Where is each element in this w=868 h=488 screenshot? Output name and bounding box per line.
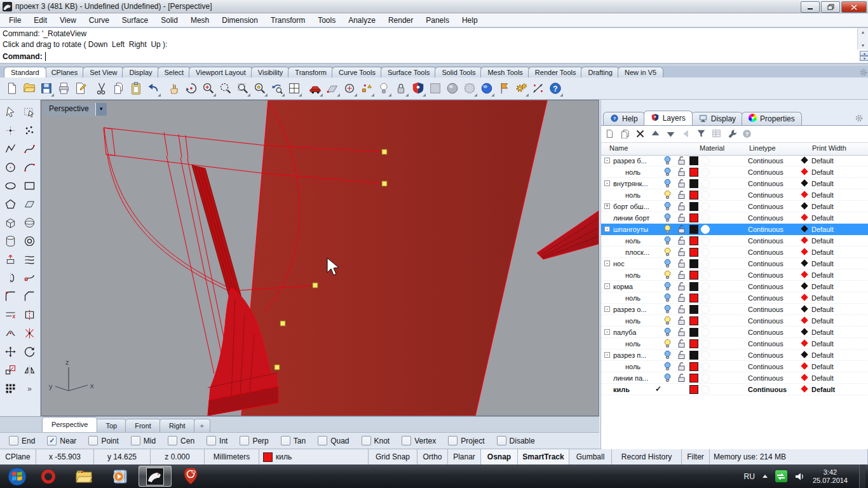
column-header-name[interactable]: Name [609,144,628,152]
layer-linetype[interactable]: Continuous [748,349,783,360]
expand-icon[interactable]: + [604,203,610,209]
layer-print-color-diamond[interactable] [801,202,808,209]
layer-print-width[interactable]: Default [811,327,834,337]
status-smarttrack[interactable]: SmartTrack [518,449,569,464]
layer-lock-icon[interactable] [677,235,686,246]
layer-print-color-diamond[interactable] [801,236,808,243]
layer-on-bulb-icon[interactable] [663,304,672,315]
osnap-end[interactable]: End [9,436,35,445]
layer-material-circle[interactable] [701,179,710,188]
layer-print-color-diamond[interactable] [801,225,808,232]
layer-linetype[interactable]: Continuous [748,166,783,177]
layer-print-width[interactable]: Default [811,384,835,395]
status-osnap[interactable]: Osnap [481,449,518,464]
layer-print-width[interactable]: Default [811,201,834,212]
status-cplane[interactable]: CPlane [0,449,36,464]
layer-lock-icon[interactable] [677,224,686,234]
layer-on-bulb-icon[interactable] [663,166,672,177]
osnap-cen[interactable]: Cen [168,436,194,445]
new-layer-icon[interactable] [605,129,614,140]
layer-linetype[interactable]: Continuous [748,384,787,395]
layer-linetype[interactable]: Continuous [748,235,783,246]
panel-tab-display[interactable]: Display [691,112,743,125]
named-views-car-icon[interactable] [306,79,323,97]
viewport-tab-top[interactable]: Top [96,419,126,432]
layer-print-color-diamond[interactable] [801,191,808,198]
layer-material-circle[interactable] [701,351,710,360]
layer-lock-icon[interactable] [677,372,686,383]
layer-color-swatch[interactable] [689,282,698,291]
array-icon[interactable] [2,380,19,397]
layer-color-swatch[interactable] [689,225,698,234]
layer-material-circle[interactable] [701,385,710,394]
options-gear-icon[interactable] [512,79,529,97]
pipe-icon[interactable] [21,233,38,250]
viewport-tab-perspective[interactable]: Perspective [42,417,97,432]
toolbar-tab-set-view[interactable]: Set View [83,67,124,78]
fillet-icon[interactable] [2,288,19,305]
panel-tab-properties[interactable]: Properties [742,112,802,125]
layer-print-width[interactable]: Default [811,304,834,315]
save-file-icon[interactable] [37,79,55,97]
layer-print-width[interactable]: Default [811,189,834,200]
panel-tab-layers[interactable]: Layers [644,111,693,125]
osnap-disable[interactable]: Disable [497,436,535,445]
rendered-sphere-icon[interactable] [478,79,495,97]
layer-row-нос[interactable]: -носContinuousDefault [601,258,868,269]
layer-print-width[interactable]: Default [811,247,834,257]
layer-linetype[interactable]: Continuous [748,315,783,326]
layer-on-bulb-icon[interactable] [663,372,672,383]
layer-print-width[interactable]: Default [811,212,834,223]
minimize-button[interactable] [801,1,820,13]
layer-print-width[interactable]: Default [811,178,834,189]
layer-linetype[interactable]: Continuous [748,178,783,189]
toolbar-tab-standard[interactable]: Standard [4,67,46,78]
layer-material-circle[interactable] [701,271,710,280]
command-history[interactable]: Command: '_RotateViewClick and drag to r… [0,27,868,50]
layer-on-bulb-icon[interactable] [663,292,672,303]
extrude-icon[interactable] [2,251,19,268]
layer-material-circle[interactable] [701,328,710,337]
layer-color-swatch[interactable] [689,179,698,188]
layer-material-circle[interactable] [701,248,710,257]
explode-icon[interactable] [21,325,38,342]
toolbar-tab-curve-tools[interactable]: Curve Tools [332,67,383,78]
osnap-mid-checkbox[interactable] [131,436,140,445]
layer-color-swatch[interactable] [689,294,698,302]
viewport-tab-front[interactable]: Front [125,419,161,432]
toolbar-tab-cplanes[interactable]: CPlanes [44,67,85,78]
layer-linetype[interactable]: Continuous [748,304,783,315]
layer-print-color-diamond[interactable] [801,259,808,266]
layer-color-swatch[interactable] [689,362,698,371]
sphere-icon[interactable] [21,214,38,231]
layer-print-width[interactable]: Default [811,166,834,177]
layer-material-circle[interactable] [701,282,710,291]
paste-icon[interactable] [127,79,144,97]
layer-lock-icon[interactable] [677,315,686,326]
layer-row-ноль[interactable]: нольContinuousDefault [601,361,868,372]
join-icon[interactable] [2,325,19,342]
layer-lock-icon[interactable] [677,269,686,280]
toolbar-tab-display[interactable]: Display [122,67,159,78]
zoom-window-icon[interactable] [234,79,251,97]
osnap-point-checkbox[interactable] [88,436,98,445]
status-gumball[interactable]: Gumball [569,449,612,464]
scroll-down-icon[interactable]: ▼ [858,41,868,50]
revolve-icon[interactable] [2,269,19,287]
menu-solid[interactable]: Solid [154,15,184,26]
layer-color-swatch[interactable] [689,202,698,211]
menu-mesh[interactable]: Mesh [184,15,215,26]
taskbar-rhino-button[interactable] [139,466,172,487]
layer-lock-icon[interactable] [677,304,686,315]
layer-color-swatch[interactable] [689,339,698,348]
layer-table-icon[interactable] [712,129,721,140]
delete-layer-icon[interactable] [635,129,645,140]
layout-switcher-tray-icon[interactable] [775,470,787,482]
layer-print-width[interactable]: Default [811,258,834,269]
layer-row-линии па[interactable]: линии па...ContinuousDefault [601,372,868,384]
start-button[interactable] [5,466,29,487]
layer-print-color-diamond[interactable] [801,362,808,369]
point-cloud-icon[interactable] [21,122,38,139]
collapse-icon[interactable]: - [604,283,610,289]
collapse-icon[interactable]: - [604,306,610,312]
